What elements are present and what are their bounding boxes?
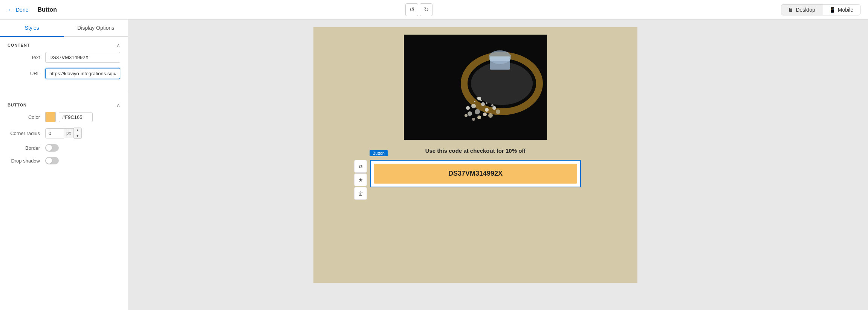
corner-radius-input[interactable] — [45, 128, 64, 138]
monitor-icon: 🖥 — [788, 7, 793, 13]
svg-point-13 — [472, 118, 475, 121]
border-row: Border — [8, 144, 120, 152]
border-toggle[interactable] — [45, 144, 59, 152]
device-switcher: 🖥 Desktop 📱 Mobile — [781, 4, 860, 15]
svg-point-11 — [488, 113, 493, 118]
button-section-header[interactable]: BUTTON ∧ — [0, 97, 128, 112]
corner-radius-label: Corner radius — [8, 131, 45, 136]
color-field — [45, 112, 93, 122]
svg-point-20 — [477, 97, 478, 99]
content-section: CONTENT ∧ Text URL — [0, 37, 128, 90]
drop-shadow-row: Drop shadow — [8, 157, 120, 164]
content-section-title: CONTENT — [8, 43, 30, 47]
color-hex-input[interactable] — [59, 112, 93, 122]
svg-point-7 — [485, 108, 489, 112]
content-section-header[interactable]: CONTENT ∧ — [0, 37, 128, 52]
drop-shadow-label: Drop shadow — [8, 158, 45, 164]
floating-actions: ⧉ ★ 🗑 — [354, 160, 367, 200]
svg-point-10 — [466, 106, 470, 110]
mobile-label: Mobile — [838, 7, 853, 13]
tab-styles[interactable]: Styles — [0, 20, 64, 36]
done-label: Done — [16, 7, 28, 13]
button-section-body: Color Corner radius px ▲ ▼ — [0, 112, 128, 176]
svg-point-9 — [492, 106, 496, 110]
corner-radius-row: Corner radius px ▲ ▼ — [8, 128, 120, 139]
redo-icon: ↻ — [424, 6, 429, 13]
svg-point-5 — [481, 102, 485, 106]
preview-canvas: Use this code at checkout for 10% off ⧉ … — [313, 27, 637, 283]
top-toolbar: ← Done Button ↺ ↻ 🖥 Desktop 📱 Mobile — [0, 0, 868, 20]
button-block-wrapper: ⧉ ★ 🗑 Button DS37VM314992X — [370, 160, 581, 187]
done-link[interactable]: ← Done — [8, 6, 28, 13]
svg-point-15 — [465, 114, 468, 117]
color-row: Color — [8, 112, 120, 122]
product-image-svg — [404, 35, 547, 140]
email-content-area: Use this code at checkout for 10% off ⧉ … — [313, 27, 637, 199]
corner-radius-field: px ▲ ▼ — [45, 128, 82, 139]
toolbar-actions: ↺ ↻ — [405, 3, 432, 16]
favorite-button[interactable]: ★ — [354, 173, 367, 186]
svg-point-14 — [483, 112, 487, 116]
tab-display-options[interactable]: Display Options — [64, 20, 128, 36]
svg-point-17 — [474, 101, 475, 102]
color-label: Color — [8, 114, 45, 120]
button-section-title: BUTTON — [8, 103, 27, 107]
text-input[interactable] — [45, 52, 120, 63]
mobile-button[interactable]: 📱 Mobile — [822, 5, 860, 15]
svg-point-16 — [496, 109, 500, 114]
svg-point-8 — [468, 111, 472, 116]
page-title: Button — [37, 6, 57, 13]
drop-shadow-toggle[interactable] — [45, 157, 59, 164]
undo-button[interactable]: ↺ — [405, 3, 418, 16]
svg-point-19 — [486, 102, 487, 104]
toolbar-left: ← Done Button — [8, 6, 57, 13]
promo-text: Use this code at checkout for 10% off — [425, 147, 526, 154]
button-collapse-icon: ∧ — [116, 102, 120, 108]
corner-radius-stepper: ▲ ▼ — [74, 128, 82, 139]
text-label: Text — [8, 55, 45, 60]
stepper-up-button[interactable]: ▲ — [74, 128, 81, 133]
svg-point-3 — [477, 97, 481, 100]
button-tag: Button — [370, 150, 388, 156]
section-divider — [0, 92, 128, 92]
svg-point-21 — [491, 104, 494, 106]
svg-point-18 — [480, 100, 482, 101]
canvas-area: Use this code at checkout for 10% off ⧉ … — [128, 20, 868, 310]
stepper-down-button[interactable]: ▼ — [74, 133, 81, 138]
px-unit-label: px — [64, 128, 74, 138]
mobile-icon: 📱 — [829, 7, 836, 13]
content-section-body: Text URL — [0, 52, 128, 90]
url-input[interactable] — [45, 68, 120, 79]
preview-wrapper: Use this code at checkout for 10% off ⧉ … — [128, 20, 868, 310]
undo-icon: ↺ — [410, 6, 414, 13]
product-image-inner — [404, 35, 547, 140]
main-layout: Styles Display Options CONTENT ∧ Text UR… — [0, 20, 868, 310]
desktop-label: Desktop — [796, 7, 815, 13]
text-field-row: Text — [8, 52, 120, 63]
button-section: BUTTON ∧ Color Corner radius — [0, 97, 128, 176]
left-panel: Styles Display Options CONTENT ∧ Text UR… — [0, 20, 128, 310]
desktop-button[interactable]: 🖥 Desktop — [781, 5, 822, 15]
color-swatch[interactable] — [45, 112, 56, 122]
content-collapse-icon: ∧ — [116, 42, 120, 48]
delete-button[interactable]: 🗑 — [354, 187, 367, 200]
promo-button[interactable]: DS37VM314992X — [374, 164, 577, 184]
border-label: Border — [8, 145, 45, 151]
svg-rect-24 — [490, 56, 510, 61]
copy-button[interactable]: ⧉ — [354, 160, 367, 173]
panel-tabs: Styles Display Options — [0, 20, 128, 37]
product-image — [404, 35, 547, 140]
redo-button[interactable]: ↻ — [420, 3, 432, 16]
url-label: URL — [8, 71, 45, 76]
svg-point-12 — [477, 115, 481, 119]
button-block-selected: DS37VM314992X — [370, 160, 581, 187]
svg-point-4 — [471, 104, 476, 108]
url-field-row: URL — [8, 68, 120, 79]
back-arrow-icon: ← — [8, 6, 14, 13]
svg-point-6 — [475, 109, 480, 114]
